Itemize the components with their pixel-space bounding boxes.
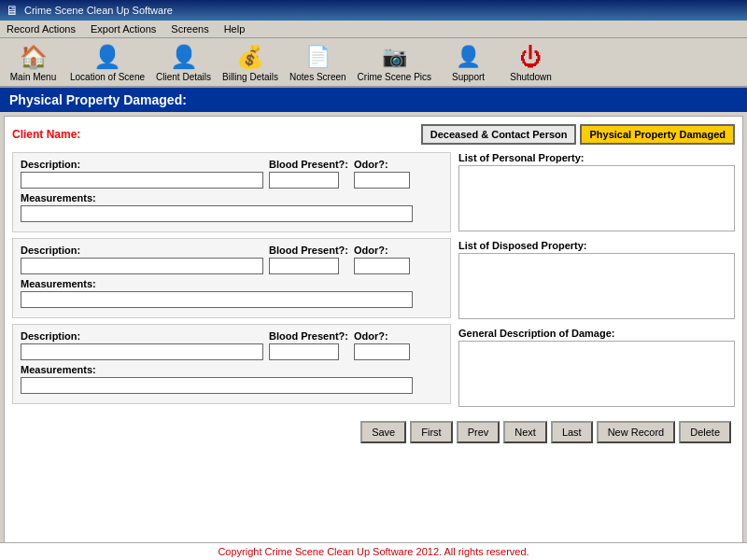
personal-property-label: List of Personal Property: [458, 152, 735, 163]
toolbar-location[interactable]: 👤 Location of Scene [70, 42, 145, 82]
menu-screens[interactable]: Screens [168, 22, 211, 35]
page-header: Physical Property Damaged: [0, 88, 747, 112]
meas-label-1: Measurements: [21, 192, 413, 203]
odor-label-1: Odor?: [354, 159, 410, 170]
general-desc-label: General Description of Damage: [458, 328, 735, 339]
first-button[interactable]: First [410, 421, 452, 443]
personal-property-textarea[interactable] [458, 165, 735, 231]
shutdown-icon: ⏻ [516, 42, 546, 72]
prev-button[interactable]: Prev [457, 421, 500, 443]
menu-help[interactable]: Help [221, 22, 248, 35]
app-title: Crime Scene Clean Up Software [24, 5, 173, 16]
odor-field-group-1: Odor?: [354, 159, 410, 189]
meas-field-group-1: Measurements: [21, 192, 413, 222]
desc-input-3[interactable] [21, 343, 263, 360]
toolbar-shutdown-label: Shutdown [510, 72, 551, 82]
delete-button[interactable]: Delete [679, 421, 731, 443]
blood-label-1: Blood Present?: [269, 159, 348, 170]
odor-input-2[interactable] [354, 258, 410, 274]
desc-field-group-2: Description: [21, 245, 263, 274]
meas-field-group-2: Measurements: [21, 278, 413, 308]
toolbar-billing[interactable]: 💰 Billing Details [222, 42, 278, 82]
entry-group-2: Description: Blood Present?: Odor?: Meas… [12, 238, 451, 318]
toolbar-notes[interactable]: 📄 Notes Screen [289, 42, 346, 82]
meas-input-3[interactable] [21, 377, 413, 394]
blood-label-2: Blood Present?: [269, 245, 348, 256]
toolbar-notes-label: Notes Screen [289, 72, 346, 82]
client-name-label: Client Name: [12, 128, 80, 141]
meas-field-group-3: Measurements: [21, 364, 413, 394]
entry-group-1: Description: Blood Present?: Odor?: Meas… [12, 152, 451, 232]
form-layout: Description: Blood Present?: Odor?: Meas… [12, 152, 735, 415]
toolbar-pics-label: Crime Scene Pics [358, 72, 431, 82]
odor-input-1[interactable] [354, 172, 410, 189]
desc-field-group-1: Description: [21, 159, 263, 189]
blood-field-group-3: Blood Present?: [269, 330, 348, 360]
support-icon: 👤 [454, 42, 484, 72]
blood-field-group-2: Blood Present?: [269, 245, 348, 274]
new-record-button[interactable]: New Record [597, 421, 676, 443]
desc-label-3: Description: [21, 330, 263, 342]
left-panel: Description: Blood Present?: Odor?: Meas… [12, 152, 451, 415]
entry-row-2-top: Description: Blood Present?: Odor?: [21, 245, 443, 274]
entry-group-3: Description: Blood Present?: Odor?: Meas… [12, 324, 451, 404]
odor-field-group-2: Odor?: [354, 245, 410, 274]
last-button[interactable]: Last [551, 421, 593, 443]
entry-row-1-top: Description: Blood Present?: Odor?: [21, 159, 443, 189]
odor-input-3[interactable] [354, 343, 410, 360]
menu-bar: Record Actions Export Actions Screens He… [0, 21, 747, 38]
desc-label-2: Description: [21, 245, 263, 256]
desc-input-1[interactable] [21, 172, 263, 189]
toolbar-main-menu-label: Main Menu [10, 72, 56, 82]
desc-label-1: Description: [21, 159, 263, 170]
disposed-property-textarea[interactable] [458, 253, 735, 319]
blood-input-2[interactable] [269, 258, 339, 274]
general-desc-field: General Description of Damage: [458, 328, 735, 410]
entry-row-1-meas: Measurements: [21, 192, 443, 222]
blood-input-1[interactable] [269, 172, 339, 189]
entry-row-3-meas: Measurements: [21, 364, 443, 394]
desc-field-group-3: Description: [21, 330, 263, 360]
pics-icon: 📷 [379, 42, 409, 72]
blood-field-group-1: Blood Present?: [269, 159, 348, 189]
title-bar: 🖥 Crime Scene Clean Up Software [0, 0, 747, 21]
home-icon: 🏠 [19, 42, 49, 72]
meas-input-1[interactable] [21, 205, 413, 222]
disposed-property-field: List of Disposed Property: [458, 240, 735, 322]
desc-input-2[interactable] [21, 258, 263, 274]
toolbar-crime-pics[interactable]: 📷 Crime Scene Pics [358, 42, 431, 82]
next-button[interactable]: Next [503, 421, 547, 443]
page-title: Physical Property Damaged: [9, 92, 187, 107]
toolbar-billing-label: Billing Details [222, 72, 278, 82]
general-desc-textarea[interactable] [458, 341, 735, 407]
toolbar-support[interactable]: 👤 Support [443, 42, 494, 82]
blood-input-3[interactable] [269, 343, 339, 360]
nav-buttons: Deceased & Contact Person Physical Prope… [421, 124, 735, 145]
save-button[interactable]: Save [360, 421, 406, 443]
odor-label-3: Odor?: [354, 330, 410, 342]
right-panel: List of Personal Property: List of Dispo… [458, 152, 735, 415]
deceased-contact-button[interactable]: Deceased & Contact Person [421, 124, 577, 145]
client-name-row: Client Name: Deceased & Contact Person P… [12, 124, 735, 145]
menu-record-actions[interactable]: Record Actions [4, 22, 78, 35]
odor-field-group-3: Odor?: [354, 330, 410, 360]
toolbar-client-label: Client Details [156, 72, 211, 82]
location-icon: 👤 [92, 42, 122, 72]
toolbar-main-menu[interactable]: 🏠 Main Menu [7, 42, 59, 82]
disposed-property-label: List of Disposed Property: [458, 240, 735, 251]
toolbar-shutdown[interactable]: ⏻ Shutdown [505, 42, 557, 82]
physical-property-button[interactable]: Physical Property Damaged [580, 124, 735, 145]
billing-icon: 💰 [235, 42, 265, 72]
notes-icon: 📄 [303, 42, 332, 72]
toolbar-client-details[interactable]: 👤 Client Details [156, 42, 211, 82]
menu-export-actions[interactable]: Export Actions [88, 22, 159, 35]
toolbar-support-label: Support [452, 72, 485, 82]
meas-label-3: Measurements: [21, 364, 413, 375]
meas-input-2[interactable] [21, 291, 413, 308]
main-content: Client Name: Deceased & Contact Person P… [4, 116, 743, 550]
app-icon: 🖥 [6, 3, 19, 18]
personal-property-field: List of Personal Property: [458, 152, 735, 234]
bottom-bar: Save First Prev Next Last New Record Del… [12, 421, 735, 443]
footer-text: Copyright Crime Scene Clean Up Software … [218, 546, 529, 557]
entry-row-2-meas: Measurements: [21, 278, 443, 308]
